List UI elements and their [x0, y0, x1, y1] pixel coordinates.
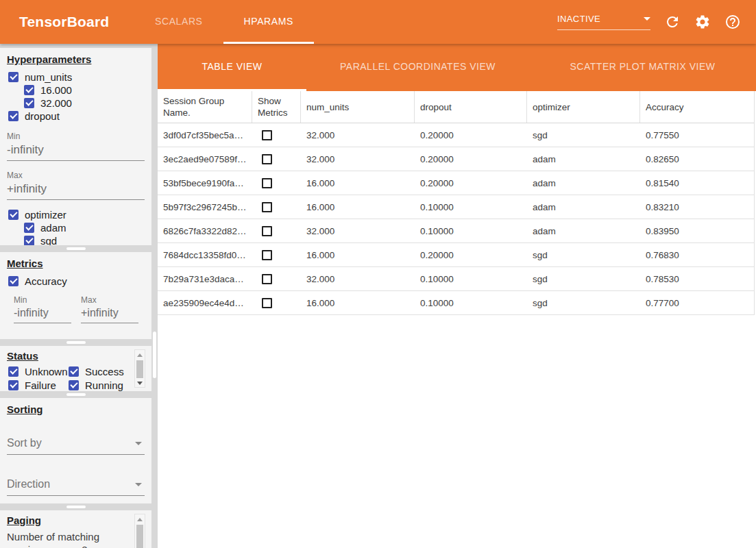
metric-accuracy[interactable]: Accuracy: [8, 275, 145, 287]
status-scrollbar[interactable]: [134, 349, 145, 388]
hparam-dropout[interactable]: dropout: [8, 110, 145, 122]
show-metrics-cell: [252, 154, 301, 164]
checkbox-checked-icon[interactable]: [24, 85, 34, 95]
table-row: ae235909ec4e4d… 16.000 0.10000 sgd 0.777…: [158, 291, 754, 315]
checkbox-checked-icon[interactable]: [24, 236, 34, 246]
show-metrics-cell: [252, 130, 301, 140]
paging-title: Paging: [7, 514, 145, 526]
direction-select[interactable]: Direction: [7, 475, 145, 496]
checkbox-checked-icon[interactable]: [8, 111, 19, 121]
dropout-max-label: Max: [7, 171, 145, 180]
scroll-up-icon[interactable]: [137, 353, 143, 357]
metric-max-input[interactable]: +infinity: [81, 305, 138, 323]
status-success[interactable]: Success: [69, 365, 136, 377]
sort-by-select[interactable]: Sort by: [7, 434, 145, 455]
toolbar-controls: INACTIVE: [557, 0, 741, 44]
section-divider[interactable]: [0, 245, 151, 252]
checkbox-checked-icon[interactable]: [8, 380, 19, 390]
app-title: TensorBoard: [19, 14, 134, 30]
num-units-cell: 32.000: [301, 130, 415, 140]
metrics-title: Metrics: [7, 258, 145, 269]
checkbox-checked-icon[interactable]: [69, 380, 79, 390]
num-units-cell: 32.000: [301, 154, 415, 164]
accuracy-cell: 0.82650: [640, 154, 754, 164]
hparam-optimizer[interactable]: optimizer: [8, 208, 145, 221]
col-accuracy[interactable]: Accuracy: [640, 91, 754, 123]
dropout-cell: 0.20000: [415, 154, 527, 164]
checkbox-checked-icon[interactable]: [69, 366, 79, 377]
optimizer-cell: adam: [527, 178, 640, 188]
hparam-label: dropout: [25, 110, 60, 122]
session-group-name: 7684dcc13358fd0…: [158, 250, 252, 260]
scroll-down-icon[interactable]: [137, 382, 143, 385]
run-status-value: INACTIVE: [557, 14, 600, 24]
checkbox-checked-icon[interactable]: [8, 72, 19, 82]
chevron-down-icon: [644, 17, 650, 21]
metric-min-field: Min -infinity: [14, 295, 71, 323]
show-metrics-checkbox[interactable]: [262, 226, 272, 236]
show-metrics-checkbox[interactable]: [262, 130, 272, 140]
show-metrics-checkbox[interactable]: [262, 274, 272, 284]
chevron-down-icon: [135, 483, 142, 486]
paging-section: Paging Number of matching session groups…: [0, 510, 151, 548]
dropout-max-input[interactable]: +infinity: [7, 180, 145, 200]
run-status-select[interactable]: INACTIVE: [557, 14, 650, 30]
tab-scatter-plot-matrix-view[interactable]: SCATTER PLOT MATRIX VIEW: [529, 44, 756, 91]
metric-label: Accuracy: [25, 275, 67, 287]
section-divider[interactable]: [0, 391, 151, 398]
hparam-value-adam[interactable]: adam: [24, 221, 145, 234]
hparam-value-16[interactable]: 16.000: [24, 84, 145, 96]
show-metrics-checkbox[interactable]: [262, 154, 272, 164]
dropout-min-input[interactable]: -infinity: [7, 141, 145, 161]
scrollbar-thumb[interactable]: [136, 525, 143, 548]
num-units-cell: 16.000: [301, 298, 415, 308]
checkbox-checked-icon[interactable]: [8, 210, 19, 220]
drag-handle[interactable]: [66, 247, 86, 250]
hparam-value-label: 16.000: [40, 84, 72, 96]
hparam-value-32[interactable]: 32.000: [24, 97, 145, 109]
drag-handle[interactable]: [66, 341, 86, 344]
accuracy-cell: 0.83950: [640, 226, 754, 236]
col-dropout[interactable]: dropout: [415, 91, 527, 123]
hparam-value-sgd[interactable]: sgd: [24, 234, 145, 245]
status-unknown[interactable]: Unknown: [8, 365, 67, 377]
hparam-num-units[interactable]: num_units: [8, 71, 145, 83]
tab-parallel-coordinates-view[interactable]: PARALLEL COORDINATES VIEW: [306, 44, 529, 91]
col-num-units[interactable]: num_units: [301, 91, 415, 123]
checkbox-checked-icon[interactable]: [24, 223, 34, 233]
show-metrics-checkbox[interactable]: [262, 178, 272, 188]
show-metrics-checkbox[interactable]: [262, 250, 272, 260]
tab-table-view[interactable]: TABLE VIEW: [158, 44, 306, 91]
scroll-up-icon[interactable]: [137, 518, 143, 521]
status-failure[interactable]: Failure: [8, 379, 67, 391]
sidebar-scrollbar-thumb[interactable]: [153, 332, 156, 378]
section-divider[interactable]: [0, 339, 151, 346]
gear-icon[interactable]: [694, 14, 711, 30]
drag-handle[interactable]: [66, 506, 86, 508]
optimizer-cell: sgd: [527, 250, 640, 260]
tab-scalars[interactable]: SCALARS: [134, 0, 223, 44]
checkbox-checked-icon[interactable]: [8, 366, 19, 377]
col-session-group-name[interactable]: Session Group Name.: [158, 91, 252, 123]
accuracy-cell: 0.77700: [640, 298, 754, 308]
section-divider[interactable]: [0, 503, 151, 510]
metric-range-fields: Min -infinity Max +infinity: [14, 295, 145, 323]
tab-hparams[interactable]: HPARAMS: [223, 0, 314, 44]
status-running[interactable]: Running: [69, 379, 136, 391]
show-metrics-checkbox[interactable]: [262, 298, 272, 308]
matching-groups-count: Number of matching session groups: 8: [7, 530, 125, 548]
paging-scrollbar[interactable]: [134, 514, 145, 548]
show-metrics-checkbox[interactable]: [262, 202, 272, 212]
metric-min-input[interactable]: -infinity: [14, 305, 71, 323]
dropout-cell: 0.10000: [415, 226, 527, 236]
refresh-icon[interactable]: [664, 14, 681, 30]
optimizer-cell: sgd: [527, 298, 640, 308]
col-show-metrics[interactable]: Show Metrics: [252, 91, 301, 123]
help-icon[interactable]: [724, 14, 741, 30]
checkbox-checked-icon[interactable]: [8, 276, 19, 286]
checkbox-checked-icon[interactable]: [24, 98, 34, 108]
col-optimizer[interactable]: optimizer: [527, 91, 640, 123]
drag-handle[interactable]: [66, 393, 86, 396]
scrollbar-thumb[interactable]: [136, 360, 143, 378]
session-group-name: 3ec2aed9e07589f…: [158, 154, 252, 164]
